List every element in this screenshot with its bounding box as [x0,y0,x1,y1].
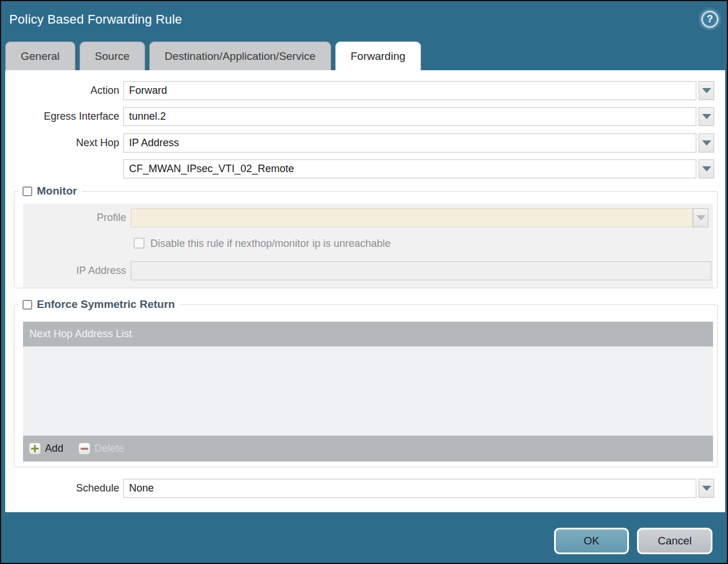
tab-source[interactable]: Source [79,41,145,70]
delete-button: Delete [78,443,124,455]
tab-forwarding[interactable]: Forwarding [335,41,421,70]
next-hop-address-list-toolbar: Add Delete [23,436,713,462]
chevron-down-icon [696,215,706,220]
dialog-title: Policy Based Forwarding Rule [9,12,182,27]
disable-rule-label: Disable this rule if nexthop/monitor ip … [150,237,390,250]
ok-button[interactable]: OK [554,528,629,554]
monitor-ip-address-input [131,261,711,280]
egress-interface-dropdown-button[interactable] [699,107,714,126]
chevron-down-icon [702,88,711,93]
plus-icon [29,443,41,455]
tab-destination-application-service[interactable]: Destination/Application/Service [149,41,331,70]
next-hop-address-list-body[interactable] [23,346,713,436]
next-hop-address-select[interactable]: CF_MWAN_IPsec_VTI_02_Remote [123,159,696,178]
add-button-label: Add [45,443,63,455]
tab-strip: General Source Destination/Application/S… [5,41,421,70]
enforce-symmetric-return-label: Enforce Symmetric Return [37,298,175,311]
tab-general[interactable]: General [5,41,75,70]
monitor-ip-address-label: IP Address [28,261,126,280]
delete-button-label: Delete [94,443,124,455]
chevron-down-icon [702,114,711,119]
action-select[interactable]: Forward [123,81,696,100]
profile-dropdown-button [693,208,708,227]
egress-interface-label: Egress Interface [5,107,119,126]
pbf-rule-dialog: Policy Based Forwarding Rule ? General S… [0,0,728,564]
monitor-checkbox[interactable] [22,186,32,196]
help-icon[interactable]: ? [702,11,718,28]
schedule-dropdown-button[interactable] [699,479,714,498]
profile-select [131,208,693,227]
minus-icon [78,443,90,455]
chevron-down-icon [702,486,711,491]
chevron-down-icon [702,166,711,172]
monitor-legend: Monitor [18,184,82,199]
action-label: Action [5,81,119,100]
schedule-select[interactable]: None [123,479,696,498]
cancel-button[interactable]: Cancel [637,528,712,554]
forwarding-tab-panel: Action Forward Egress Interface tunnel.2… [5,70,725,512]
chevron-down-icon [702,140,711,146]
profile-label: Profile [28,208,126,227]
next-hop-address-list-table: Next Hop Address List Add Delete [23,322,713,462]
next-hop-label: Next Hop [5,134,119,153]
enforce-symmetric-return-legend: Enforce Symmetric Return [18,297,180,312]
monitor-label: Monitor [37,185,77,197]
next-hop-address-dropdown-button[interactable] [699,159,714,178]
schedule-label: Schedule [5,479,119,498]
disable-rule-checkbox [134,238,145,249]
egress-interface-select[interactable]: tunnel.2 [123,107,696,126]
add-button[interactable]: Add [29,443,63,455]
enforce-symmetric-return-checkbox[interactable] [22,300,32,310]
next-hop-type-select[interactable]: IP Address [123,134,696,153]
next-hop-address-list-header: Next Hop Address List [23,322,713,346]
next-hop-type-dropdown-button[interactable] [699,134,714,153]
action-dropdown-button[interactable] [699,81,714,100]
